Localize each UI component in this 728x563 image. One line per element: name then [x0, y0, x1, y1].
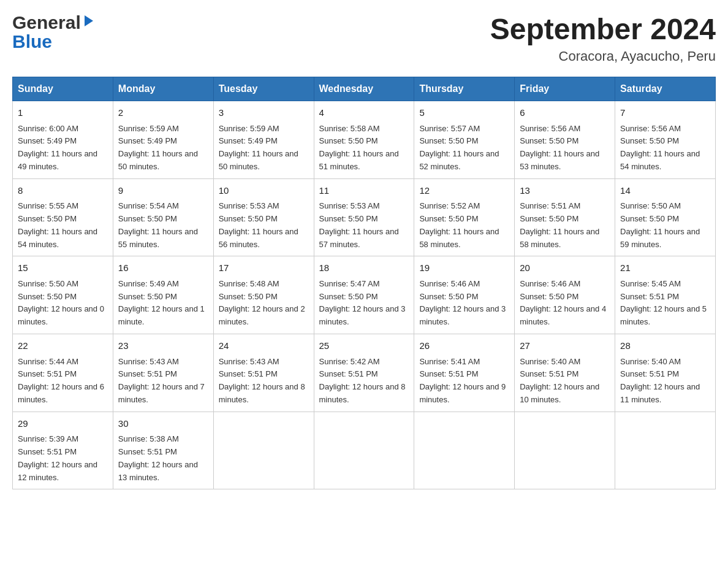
day-number: 9: [118, 184, 208, 198]
header-monday: Monday: [113, 77, 213, 101]
header-thursday: Thursday: [414, 77, 515, 101]
table-row: 24 Sunrise: 5:43 AM Sunset: 5:51 PM Dayl…: [213, 334, 314, 412]
day-number: 10: [219, 184, 309, 198]
day-number: 13: [520, 184, 610, 198]
day-info: Sunrise: 5:58 AM Sunset: 5:50 PM Dayligh…: [319, 123, 409, 174]
table-row: 20 Sunrise: 5:46 AM Sunset: 5:50 PM Dayl…: [515, 256, 615, 334]
day-number: 8: [18, 184, 108, 198]
day-number: 2: [118, 106, 208, 120]
table-row: 10 Sunrise: 5:53 AM Sunset: 5:50 PM Dayl…: [213, 178, 314, 256]
day-info: Sunrise: 5:51 AM Sunset: 5:50 PM Dayligh…: [520, 200, 610, 251]
logo: General Blue: [12, 12, 96, 52]
day-info: Sunrise: 5:40 AM Sunset: 5:51 PM Dayligh…: [620, 356, 710, 407]
title-block: September 2024 Coracora, Ayacucho, Peru: [490, 12, 716, 64]
day-number: 5: [419, 106, 509, 120]
table-row: 27 Sunrise: 5:40 AM Sunset: 5:51 PM Dayl…: [515, 334, 615, 412]
table-row: 1 Sunrise: 6:00 AM Sunset: 5:49 PM Dayli…: [13, 101, 113, 179]
header-friday: Friday: [515, 77, 615, 101]
day-info: Sunrise: 5:46 AM Sunset: 5:50 PM Dayligh…: [419, 278, 509, 329]
day-info: Sunrise: 5:48 AM Sunset: 5:50 PM Dayligh…: [219, 278, 309, 329]
table-row: 16 Sunrise: 5:49 AM Sunset: 5:50 PM Dayl…: [113, 256, 213, 334]
header-wednesday: Wednesday: [314, 77, 414, 101]
day-info: Sunrise: 5:44 AM Sunset: 5:51 PM Dayligh…: [18, 356, 108, 407]
day-info: Sunrise: 5:40 AM Sunset: 5:51 PM Dayligh…: [520, 356, 610, 407]
calendar-table: Sunday Monday Tuesday Wednesday Thursday…: [12, 77, 716, 489]
day-number: 29: [18, 417, 108, 431]
table-row: 19 Sunrise: 5:46 AM Sunset: 5:50 PM Dayl…: [414, 256, 515, 334]
table-row: 2 Sunrise: 5:59 AM Sunset: 5:49 PM Dayli…: [113, 101, 213, 179]
table-row: 12 Sunrise: 5:52 AM Sunset: 5:50 PM Dayl…: [414, 178, 515, 256]
day-number: 16: [118, 261, 208, 275]
day-info: Sunrise: 5:43 AM Sunset: 5:51 PM Dayligh…: [118, 356, 208, 407]
table-row: 22 Sunrise: 5:44 AM Sunset: 5:51 PM Dayl…: [13, 334, 113, 412]
day-info: Sunrise: 5:45 AM Sunset: 5:51 PM Dayligh…: [620, 278, 710, 329]
day-info: Sunrise: 5:59 AM Sunset: 5:49 PM Dayligh…: [219, 123, 309, 174]
day-info: Sunrise: 6:00 AM Sunset: 5:49 PM Dayligh…: [18, 123, 108, 174]
table-row: 5 Sunrise: 5:57 AM Sunset: 5:50 PM Dayli…: [414, 101, 515, 179]
table-row: 18 Sunrise: 5:47 AM Sunset: 5:50 PM Dayl…: [314, 256, 414, 334]
header-tuesday: Tuesday: [213, 77, 314, 101]
table-row: 15 Sunrise: 5:50 AM Sunset: 5:50 PM Dayl…: [13, 256, 113, 334]
day-number: 30: [118, 417, 208, 431]
day-number: 17: [219, 261, 309, 275]
table-row: [213, 412, 314, 489]
day-info: Sunrise: 5:56 AM Sunset: 5:50 PM Dayligh…: [520, 123, 610, 174]
table-row: [414, 412, 515, 489]
day-info: Sunrise: 5:50 AM Sunset: 5:50 PM Dayligh…: [620, 200, 710, 251]
table-row: 25 Sunrise: 5:42 AM Sunset: 5:51 PM Dayl…: [314, 334, 414, 412]
day-number: 25: [319, 339, 409, 353]
day-number: 28: [620, 339, 710, 353]
day-number: 21: [620, 261, 710, 275]
table-row: [314, 412, 414, 489]
day-info: Sunrise: 5:46 AM Sunset: 5:50 PM Dayligh…: [520, 278, 610, 329]
logo-word-blue: Blue: [12, 31, 52, 52]
day-info: Sunrise: 5:57 AM Sunset: 5:50 PM Dayligh…: [419, 123, 509, 174]
table-row: 23 Sunrise: 5:43 AM Sunset: 5:51 PM Dayl…: [113, 334, 213, 412]
table-row: [515, 412, 615, 489]
day-info: Sunrise: 5:53 AM Sunset: 5:50 PM Dayligh…: [219, 200, 309, 251]
day-number: 22: [18, 339, 108, 353]
svg-marker-0: [85, 15, 93, 26]
table-row: 7 Sunrise: 5:56 AM Sunset: 5:50 PM Dayli…: [615, 101, 716, 179]
page-header: General Blue September 2024 Coracora, Ay…: [12, 12, 716, 64]
day-info: Sunrise: 5:59 AM Sunset: 5:49 PM Dayligh…: [118, 123, 208, 174]
table-row: 26 Sunrise: 5:41 AM Sunset: 5:51 PM Dayl…: [414, 334, 515, 412]
calendar-header-row: Sunday Monday Tuesday Wednesday Thursday…: [13, 77, 716, 101]
table-row: 30 Sunrise: 5:38 AM Sunset: 5:51 PM Dayl…: [113, 412, 213, 489]
day-info: Sunrise: 5:52 AM Sunset: 5:50 PM Dayligh…: [419, 200, 509, 251]
logo-arrow-icon: [82, 14, 96, 28]
day-number: 3: [219, 106, 309, 120]
day-info: Sunrise: 5:39 AM Sunset: 5:51 PM Dayligh…: [18, 433, 108, 484]
day-number: 4: [319, 106, 409, 120]
day-info: Sunrise: 5:55 AM Sunset: 5:50 PM Dayligh…: [18, 200, 108, 251]
header-sunday: Sunday: [13, 77, 113, 101]
day-info: Sunrise: 5:42 AM Sunset: 5:51 PM Dayligh…: [319, 356, 409, 407]
day-number: 27: [520, 339, 610, 353]
calendar-title: September 2024: [490, 12, 716, 46]
day-number: 14: [620, 184, 710, 198]
day-info: Sunrise: 5:47 AM Sunset: 5:50 PM Dayligh…: [319, 278, 409, 329]
day-number: 24: [219, 339, 309, 353]
day-info: Sunrise: 5:50 AM Sunset: 5:50 PM Dayligh…: [18, 278, 108, 329]
day-number: 23: [118, 339, 208, 353]
day-number: 12: [419, 184, 509, 198]
table-row: 9 Sunrise: 5:54 AM Sunset: 5:50 PM Dayli…: [113, 178, 213, 256]
table-row: 6 Sunrise: 5:56 AM Sunset: 5:50 PM Dayli…: [515, 101, 615, 179]
day-number: 26: [419, 339, 509, 353]
table-row: 29 Sunrise: 5:39 AM Sunset: 5:51 PM Dayl…: [13, 412, 113, 489]
table-row: [615, 412, 716, 489]
day-info: Sunrise: 5:38 AM Sunset: 5:51 PM Dayligh…: [118, 433, 208, 484]
table-row: 4 Sunrise: 5:58 AM Sunset: 5:50 PM Dayli…: [314, 101, 414, 179]
table-row: 11 Sunrise: 5:53 AM Sunset: 5:50 PM Dayl…: [314, 178, 414, 256]
day-number: 1: [18, 106, 108, 120]
table-row: 3 Sunrise: 5:59 AM Sunset: 5:49 PM Dayli…: [213, 101, 314, 179]
day-number: 6: [520, 106, 610, 120]
day-number: 15: [18, 261, 108, 275]
day-info: Sunrise: 5:43 AM Sunset: 5:51 PM Dayligh…: [219, 356, 309, 407]
day-info: Sunrise: 5:49 AM Sunset: 5:50 PM Dayligh…: [118, 278, 208, 329]
day-info: Sunrise: 5:53 AM Sunset: 5:50 PM Dayligh…: [319, 200, 409, 251]
table-row: 14 Sunrise: 5:50 AM Sunset: 5:50 PM Dayl…: [615, 178, 716, 256]
day-number: 19: [419, 261, 509, 275]
table-row: 8 Sunrise: 5:55 AM Sunset: 5:50 PM Dayli…: [13, 178, 113, 256]
day-number: 18: [319, 261, 409, 275]
